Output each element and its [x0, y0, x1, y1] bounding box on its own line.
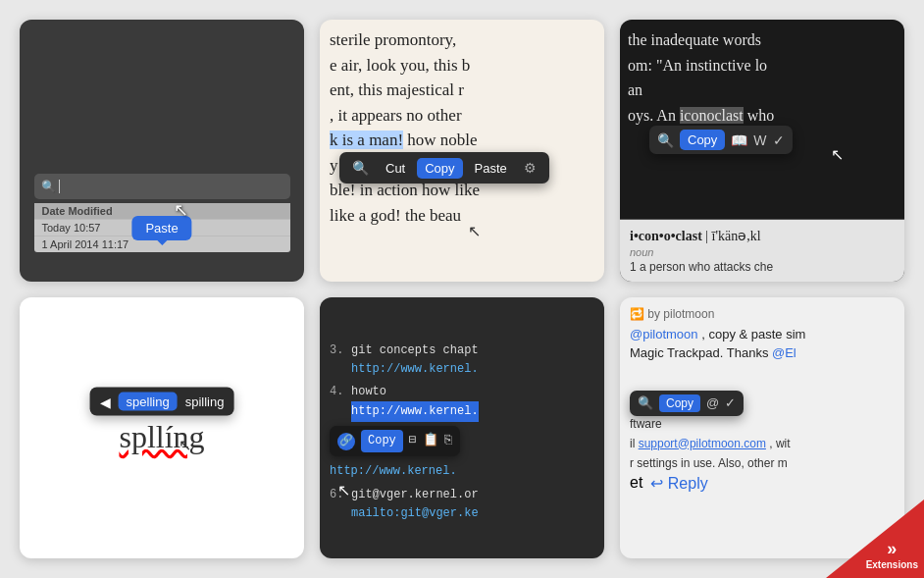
copy-terminal-button[interactable]: Copy — [361, 430, 403, 452]
at-icon[interactable]: @ — [706, 395, 719, 410]
text-line: , it appears no other — [330, 103, 594, 129]
dict-entry: i•con•o•clast | ī'känə,kl noun 1 a perso… — [620, 219, 904, 282]
spelling-suggestion: spilling — [185, 394, 225, 409]
check-icon[interactable]: ✓ — [773, 132, 785, 148]
email-line-2: il support@pilotmoon.com , wit — [630, 437, 895, 450]
cursor-arrow-2: ↖ — [468, 222, 481, 240]
line-text: git@vger.kernel.or — [351, 486, 479, 504]
link-text: mailto:git@vger.ke — [351, 504, 479, 523]
headword-text: i•con•o•clast — [630, 229, 702, 243]
extensions-arrows-icon: » — [887, 540, 897, 557]
text-line-highlighted: k is a man! how noble — [330, 128, 594, 153]
misspelled-word: spllíng — [119, 419, 204, 455]
cursor-arrow-5: ↖ — [337, 481, 350, 499]
search-icon-menu[interactable]: 🔍 — [347, 157, 374, 179]
pronunciation: | ī'känə,kl — [705, 229, 760, 243]
reply-link[interactable]: ↩ Reply — [650, 474, 707, 493]
search-icon-twitter[interactable]: 🔍 — [638, 395, 653, 410]
terminal-content: git@vger.kernel.or mailto:git@vger.ke — [351, 486, 479, 523]
line-text: git concepts chapt — [351, 342, 479, 360]
search-icon: 🔍 — [41, 180, 56, 193]
check-icon-twitter[interactable]: ✓ — [725, 395, 736, 410]
mention-link-2[interactable]: @El — [772, 345, 796, 360]
by-text: by pilotmoon — [647, 307, 714, 321]
dict-text: the inadequate words om: "An instinctive… — [628, 27, 897, 128]
terminal-icon-3[interactable]: ⎘ — [444, 431, 452, 451]
dict-line: an — [628, 78, 897, 103]
spelling-word[interactable]: spelling — [119, 393, 178, 411]
terminal-toolbar: 🔗 Copy ⊟ 📋 ⎘ — [330, 426, 460, 456]
card-spelling: ◀ spelling spilling ↖ spllíng — [20, 297, 304, 559]
cut-button[interactable]: Cut — [378, 158, 413, 179]
retweet-icon: 🔁 — [630, 307, 644, 321]
card-dictionary: the inadequate words om: "An instinctive… — [620, 20, 904, 282]
terminal-text: 3. git concepts chapt http://www.kernel.… — [330, 342, 594, 524]
book-icon[interactable]: 📖 — [731, 132, 747, 148]
extensions-content: » Extensions — [866, 540, 918, 570]
email-line-1: ftware — [630, 417, 895, 431]
copy-button[interactable]: Copy — [417, 158, 462, 179]
dict-line: oys. An iconoclast who — [628, 103, 897, 129]
tweet-content: , copy & paste sim — [701, 327, 805, 342]
cursor-arrow-3: ↖ — [831, 145, 844, 164]
terminal-url-row: http://www.kernel. — [330, 462, 594, 481]
tweet-footer: et ↩ Reply — [630, 474, 895, 493]
dict-line: om: "An instinctive lo — [628, 53, 897, 79]
link-icon[interactable]: 🔗 — [337, 433, 355, 450]
cursor-arrow-1: ↖ — [174, 199, 188, 221]
text-line: like a god! the beau — [330, 203, 594, 229]
mention-link[interactable]: @pilotmoon — [630, 327, 698, 342]
dict-toolbar: 🔍 Copy 📖 W ✓ — [649, 126, 793, 154]
email-il: il — [630, 437, 639, 450]
search-bar-area: 🔍 — [34, 174, 290, 199]
dict-pos: noun — [630, 246, 895, 258]
email-line-3: r settings in use. Also, other m — [630, 456, 895, 470]
terminal-row-toolbar: 🔗 Copy ⊟ 📋 ⎘ — [330, 426, 594, 456]
email-link[interactable]: support@pilotmoon.com — [639, 437, 766, 450]
text-content: sterile promontory, e air, look you, thi… — [330, 27, 594, 228]
card-finder-paste: Paste ↖ 🔍 Date Modified Today 10:57 1 Ap… — [20, 20, 304, 282]
w-icon[interactable]: W — [753, 132, 766, 148]
dict-line: the inadequate words — [628, 27, 897, 53]
dict-headword: i•con•o•clast | ī'känə,kl — [630, 228, 895, 244]
cursor-arrow-4: ↖ — [179, 436, 191, 454]
search-icon-dict[interactable]: 🔍 — [657, 132, 674, 148]
spelling-tooltip: ◀ spelling spilling — [90, 388, 234, 416]
tweet-header: 🔁 by pilotmoon — [630, 307, 895, 321]
terminal-row-bottom: 6. git@vger.kernel.or mailto:git@vger.ke — [330, 486, 594, 523]
copy-dict-button[interactable]: Copy — [680, 130, 725, 150]
terminal-content: howto http://www.kernel. — [351, 383, 479, 422]
context-menu: 🔍 Cut Copy Paste ⚙ — [339, 152, 549, 184]
terminal-row: 3. git concepts chapt http://www.kernel. — [330, 342, 594, 379]
extensions-label: Extensions — [866, 559, 918, 570]
twitter-toolbar: 🔍 Copy @ ✓ — [630, 391, 744, 416]
line-num: 4. — [330, 383, 345, 401]
card-twitter: 🔁 by pilotmoon @pilotmoon , copy & paste… — [620, 297, 904, 559]
main-grid: Paste ↖ 🔍 Date Modified Today 10:57 1 Ap… — [0, 0, 924, 578]
dict-definition: 1 a person who attacks che — [630, 260, 895, 274]
tooltip-arrow: ◀ — [100, 394, 111, 409]
selected-link: http://www.kernel. — [351, 401, 479, 422]
highlighted-dict-word: iconoclast — [680, 107, 744, 124]
terminal-content: git concepts chapt http://www.kernel. — [351, 342, 479, 379]
terminal-icon-1[interactable]: ⊟ — [409, 431, 417, 451]
card-terminal: 3. git concepts chapt http://www.kernel.… — [320, 297, 604, 559]
terminal-icon-2[interactable]: 📋 — [423, 431, 438, 451]
selected-text: k is a man! — [330, 131, 403, 149]
text-line: sterile promontory, — [330, 27, 594, 53]
tweet-text: @pilotmoon , copy & paste sim — [630, 325, 895, 344]
email-prefix: ftware — [630, 417, 662, 431]
card-text-copy: sterile promontory, e air, look you, thi… — [320, 20, 604, 282]
copy-twitter-button[interactable]: Copy — [659, 394, 700, 412]
more-icon[interactable]: ⚙ — [519, 157, 541, 179]
text-line: ent, this majestical r — [330, 78, 594, 103]
cursor-line — [59, 180, 60, 193]
et-text: et — [630, 474, 642, 492]
email-suffix: , wit — [769, 437, 790, 450]
text-line: e air, look you, this b — [330, 53, 594, 79]
line-num: 3. — [330, 342, 345, 360]
email-section: ftware il support@pilotmoon.com , wit r … — [630, 417, 895, 493]
paste-button[interactable]: Paste — [467, 158, 515, 179]
link-text: http://www.kernel. — [351, 360, 479, 379]
search-input[interactable]: 🔍 — [34, 174, 290, 199]
